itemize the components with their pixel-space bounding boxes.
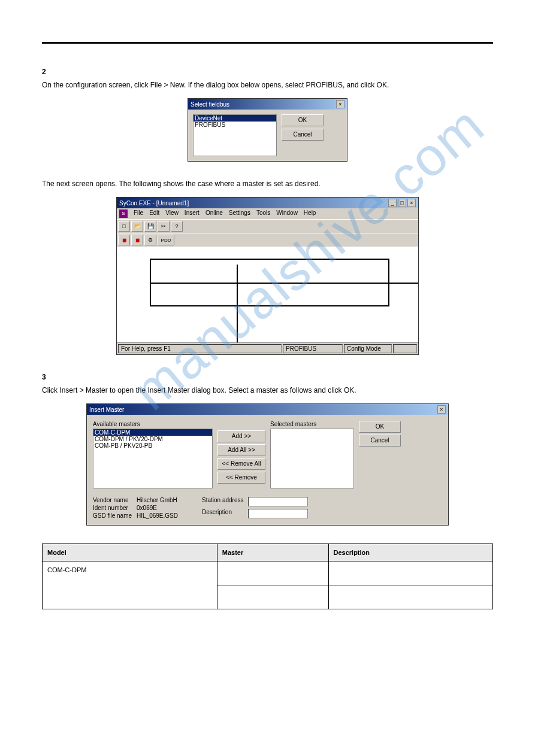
app-titlebar: SyCon.EXE - [Unnamed1] _ □ × [117, 198, 418, 208]
list-item-selected[interactable]: DeviceNet [194, 115, 276, 122]
table-header-model: Model [43, 544, 217, 561]
master-table: Model Master Description COM-C-DPM [42, 544, 493, 609]
menu-edit[interactable]: Edit [149, 210, 159, 218]
toolbar-insert: ◼ ◼ ⚙ PDD [117, 233, 418, 247]
fieldbus-listbox[interactable]: DeviceNet PROFIBUS [193, 114, 277, 156]
status-blank [393, 344, 417, 353]
menubar: S File Edit View Insert Online Settings … [117, 208, 418, 219]
dialog-titlebar: Select fieldbus × [188, 99, 347, 110]
step-number-3: 3 [42, 373, 493, 381]
bus-line [150, 283, 418, 284]
menu-online[interactable]: Online [205, 210, 223, 218]
selected-masters-listbox[interactable] [270, 429, 354, 488]
minimize-icon[interactable]: _ [388, 199, 397, 207]
menu-help[interactable]: Help [304, 210, 316, 218]
description-input[interactable] [248, 509, 308, 518]
ident-value: 0x069E [137, 505, 178, 511]
list-item[interactable]: PROFIBUS [194, 122, 276, 128]
toolbar-file: □ 📂 💾 ✂ ? [117, 219, 418, 233]
menu-file[interactable]: File [134, 210, 143, 218]
menu-view[interactable]: View [165, 210, 179, 218]
ok-button[interactable]: OK [282, 114, 324, 126]
station-address-input[interactable] [248, 497, 308, 506]
open-icon[interactable]: 📂 [131, 221, 143, 232]
table-cell [328, 585, 492, 609]
insert-master-dialog: Insert Master × Available masters COM-C-… [86, 403, 449, 526]
cut-icon[interactable]: ✂ [158, 221, 170, 232]
vendor-label: Vendor name [93, 497, 132, 503]
vendor-value: Hilscher GmbH [137, 497, 178, 503]
diag-icon[interactable]: ⚙ [144, 235, 156, 245]
statusbar: For Help, press F1 PROFIBUS Config Mode [117, 342, 418, 354]
drop-line [237, 265, 238, 342]
selected-masters-label: Selected masters [270, 421, 354, 427]
close-icon[interactable]: × [336, 100, 344, 108]
table-header-description: Description [328, 544, 492, 561]
step3-instruction: Click Insert > Master to open the Insert… [42, 386, 493, 394]
status-bus: PROFIBUS [283, 344, 343, 353]
gsd-label: GSD file name [93, 512, 132, 519]
step3-pre-instruction: The next screen opens. The following sho… [42, 180, 493, 188]
cancel-button[interactable]: Cancel [359, 435, 401, 447]
table-cell [328, 561, 492, 585]
step2-instruction: On the configuration screen, click File … [42, 81, 493, 89]
menu-settings[interactable]: Settings [229, 210, 250, 218]
add-button[interactable]: Add >> [217, 430, 265, 442]
table-cell: COM-C-DPM [43, 561, 217, 609]
select-fieldbus-dialog: Select fieldbus × DeviceNet PROFIBUS OK … [188, 98, 347, 162]
description-label: Description [202, 509, 244, 520]
status-mode: Config Mode [344, 344, 392, 353]
step-number-2: 2 [42, 68, 493, 76]
station-address-label: Station address [202, 497, 244, 508]
available-masters-label: Available masters [93, 421, 213, 427]
dialog-title: Select fieldbus [191, 101, 229, 108]
pdd-button[interactable]: PDD [158, 235, 174, 245]
close-icon[interactable]: × [407, 199, 416, 207]
insert-master-icon[interactable]: ◼ [118, 235, 130, 245]
close-icon[interactable]: × [437, 405, 446, 414]
table-row: COM-C-DPM [43, 561, 493, 585]
table-header-master: Master [217, 544, 328, 561]
menu-insert[interactable]: Insert [185, 210, 200, 218]
menu-tools[interactable]: Tools [256, 210, 270, 218]
add-all-button[interactable]: Add All >> [217, 444, 265, 456]
table-cell [217, 585, 328, 609]
app-icon: S [119, 210, 128, 218]
remove-all-button[interactable]: << Remove All [217, 458, 265, 470]
remove-button[interactable]: << Remove [217, 472, 265, 484]
insert-slave-icon[interactable]: ◼ [131, 235, 143, 245]
new-icon[interactable]: □ [118, 221, 130, 232]
save-icon[interactable]: 💾 [144, 221, 156, 232]
list-item[interactable]: COM-PB / PKV20-PB [93, 442, 212, 449]
cancel-button[interactable]: Cancel [282, 129, 324, 141]
table-cell [217, 561, 328, 585]
ok-button[interactable]: OK [359, 421, 401, 433]
menu-window[interactable]: Window [276, 210, 298, 218]
gsd-value: HIL_069E.GSD [137, 512, 178, 519]
dialog-title: Insert Master [89, 406, 124, 413]
dialog-titlebar: Insert Master × [87, 404, 448, 415]
help-icon[interactable]: ? [171, 221, 183, 232]
list-item[interactable]: COM-DPM / PKV20-DPM [93, 436, 212, 442]
ident-label: Ident number [93, 505, 132, 511]
maximize-icon[interactable]: □ [398, 199, 406, 207]
list-item-selected[interactable]: COM-C-DPM [93, 429, 212, 436]
app-title: SyCon.EXE - [Unnamed1] [119, 200, 189, 207]
horizontal-rule [42, 42, 493, 44]
status-help: For Help, press F1 [118, 344, 282, 353]
available-masters-listbox[interactable]: COM-C-DPM COM-DPM / PKV20-DPM COM-PB / P… [93, 429, 213, 488]
sycon-app-window: SyCon.EXE - [Unnamed1] _ □ × S File Edit… [116, 197, 419, 355]
bus-canvas[interactable] [117, 247, 418, 342]
